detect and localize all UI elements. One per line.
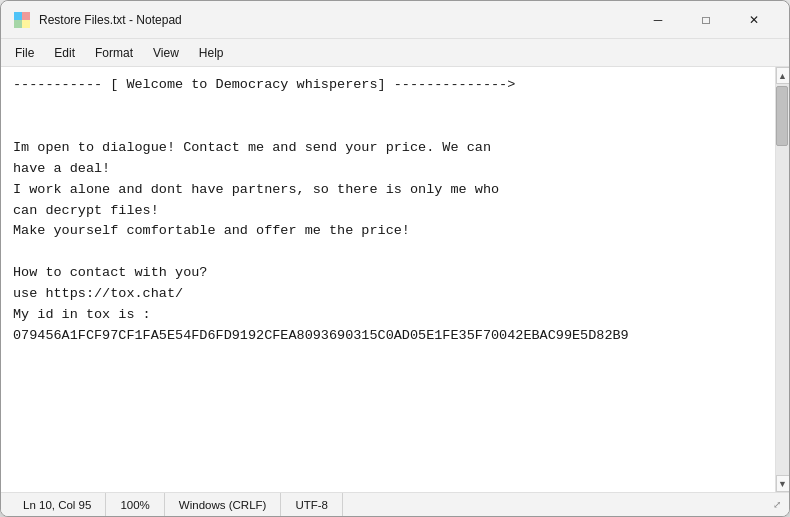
notepad-icon bbox=[13, 11, 31, 29]
scroll-down-arrow[interactable]: ▼ bbox=[776, 475, 790, 492]
svg-rect-3 bbox=[22, 20, 30, 28]
scroll-thumb[interactable] bbox=[776, 86, 788, 146]
text-editor[interactable] bbox=[1, 67, 789, 492]
menu-bar: File Edit Format View Help bbox=[1, 39, 789, 67]
menu-help[interactable]: Help bbox=[189, 43, 234, 63]
window-title: Restore Files.txt - Notepad bbox=[39, 13, 635, 27]
menu-file[interactable]: File bbox=[5, 43, 44, 63]
text-area-wrapper: ▲ ▼ bbox=[1, 67, 789, 492]
zoom-level: 100% bbox=[106, 493, 164, 516]
menu-edit[interactable]: Edit bbox=[44, 43, 85, 63]
svg-rect-0 bbox=[14, 12, 22, 20]
menu-format[interactable]: Format bbox=[85, 43, 143, 63]
menu-view[interactable]: View bbox=[143, 43, 189, 63]
svg-rect-2 bbox=[14, 20, 22, 28]
status-bar: Ln 10, Col 95 100% Windows (CRLF) UTF-8 … bbox=[1, 492, 789, 516]
close-button[interactable]: ✕ bbox=[731, 4, 777, 36]
line-ending: Windows (CRLF) bbox=[165, 493, 282, 516]
scroll-track[interactable] bbox=[776, 84, 789, 475]
svg-rect-1 bbox=[22, 12, 30, 20]
cursor-position: Ln 10, Col 95 bbox=[9, 493, 106, 516]
minimize-button[interactable]: ─ bbox=[635, 4, 681, 36]
scroll-up-arrow[interactable]: ▲ bbox=[776, 67, 790, 84]
title-bar: Restore Files.txt - Notepad ─ □ ✕ bbox=[1, 1, 789, 39]
notepad-window: Restore Files.txt - Notepad ─ □ ✕ File E… bbox=[0, 0, 790, 517]
maximize-button[interactable]: □ bbox=[683, 4, 729, 36]
resize-handle[interactable]: ⤢ bbox=[759, 493, 781, 516]
encoding: UTF-8 bbox=[281, 493, 343, 516]
scrollbar: ▲ ▼ bbox=[775, 67, 789, 492]
window-controls: ─ □ ✕ bbox=[635, 4, 777, 36]
